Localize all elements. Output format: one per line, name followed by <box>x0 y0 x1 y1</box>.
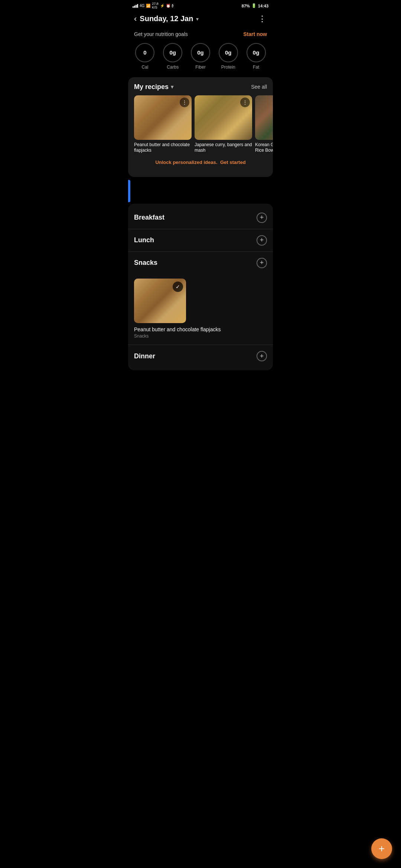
meal-header-lunch[interactable]: Lunch + <box>134 229 267 251</box>
blue-accent-bar <box>128 180 130 202</box>
wifi-icon: 📶 <box>146 4 150 8</box>
meal-title-dinner: Dinner <box>134 352 155 360</box>
recipe-card-2[interactable]: ⋮ Korean Ground Beef and Rice Bowls <box>255 95 273 154</box>
recipes-dropdown-chevron[interactable]: ▾ <box>171 84 173 90</box>
recipe-image-1: ⋮ <box>195 95 252 140</box>
status-bar: 4G 📶 27,8 K/S ⚡ ⏰ ₿ 87% 🔋 14:43 <box>128 0 273 11</box>
stat-circle-cal: 0 <box>135 43 154 62</box>
recipes-scroll: ⋮ Peanut butter and chocolate flapjacks … <box>128 95 273 154</box>
status-left: 4G 📶 27,8 K/S ⚡ ⏰ ₿ <box>133 2 174 10</box>
meal-section-snacks: Snacks + ✓ Peanut butter and chocolate f… <box>128 252 273 345</box>
clock-indicator: ⏰ <box>166 4 170 8</box>
meal-header-dinner[interactable]: Dinner + <box>134 345 267 367</box>
recipe-image-0: ⋮ <box>134 95 192 140</box>
charging-icon: ⚡ <box>160 4 164 8</box>
stat-label-cal: Cal <box>141 65 148 70</box>
meal-section-dinner: Dinner + <box>128 345 273 367</box>
meal-add-button-dinner[interactable]: + <box>257 351 267 361</box>
recipe-image-2: ⋮ <box>255 95 273 140</box>
date-dropdown-chevron[interactable]: ▾ <box>196 16 199 22</box>
bt-icon: ₿ <box>172 4 174 8</box>
meal-add-button-breakfast[interactable]: + <box>257 213 267 223</box>
nutrition-stat-fiber: 0g Fiber <box>191 43 210 70</box>
meal-header-snacks[interactable]: Snacks + <box>134 252 267 274</box>
battery-icon: 🔋 <box>251 3 257 8</box>
checkmark-badge-0: ✓ <box>173 282 183 292</box>
stat-circle-protein: 0g <box>219 43 238 62</box>
header-left: ‹ Sunday, 12 Jan ▾ <box>134 14 199 24</box>
nutrition-stat-protein: 0g Protein <box>219 43 238 70</box>
recipe-name-2: Korean Ground Beef and Rice Bowls <box>255 142 273 154</box>
meal-section-breakfast: Breakfast + <box>128 207 273 229</box>
meal-add-button-lunch[interactable]: + <box>257 235 267 246</box>
date-title: Sunday, 12 Jan <box>140 14 193 23</box>
data-speed: 27,8 K/S <box>152 2 159 10</box>
stat-circle-fat: 0g <box>247 43 266 62</box>
recipe-name-1: Japanese curry, bangers and mash <box>195 142 252 154</box>
meal-section-lunch: Lunch + <box>128 229 273 251</box>
recipes-title: My recipes ▾ <box>134 83 173 91</box>
nutrition-stat-carbs: 0g Carbs <box>163 43 182 70</box>
stat-label-fiber: Fiber <box>195 65 205 70</box>
header: ‹ Sunday, 12 Jan ▾ ⋮ <box>128 11 273 28</box>
meal-header-breakfast[interactable]: Breakfast + <box>134 207 267 229</box>
recipe-name-0: Peanut butter and chocolate flapjacks <box>134 142 192 154</box>
start-now-button[interactable]: Start now <box>243 31 267 37</box>
clock: 14:43 <box>258 4 268 8</box>
personalized-text: Unlock personalized ideas. <box>155 160 217 165</box>
snack-image-container-0: ✓ <box>134 279 186 323</box>
meals-container: Breakfast + Lunch + Snacks + ✓ Peanut bu… <box>128 204 273 370</box>
stat-circle-carbs: 0g <box>163 43 182 62</box>
snack-name-0: Peanut butter and chocolate flapjacks <box>134 326 267 333</box>
get-started-button[interactable]: Get started <box>220 160 246 165</box>
recipe-card-1[interactable]: ⋮ Japanese curry, bangers and mash <box>195 95 252 154</box>
recipe-menu-button-1[interactable]: ⋮ <box>240 98 250 107</box>
status-right: 87% 🔋 14:43 <box>242 3 268 8</box>
stat-label-protein: Protein <box>221 65 235 70</box>
signal-strength <box>133 4 138 8</box>
recipes-section: My recipes ▾ See all ⋮ Peanut butter and… <box>128 77 273 177</box>
goals-banner: Get your nutrition goals Start now <box>128 28 273 42</box>
stat-circle-fiber: 0g <box>191 43 210 62</box>
network-type: 4G <box>140 4 144 8</box>
battery-percentage: 87% <box>242 4 250 8</box>
goals-banner-text: Get your nutrition goals <box>134 31 188 37</box>
recipes-header: My recipes ▾ See all <box>128 83 273 95</box>
meal-title-snacks: Snacks <box>134 259 157 267</box>
nutrition-stats: 0 Cal 0g Carbs 0g Fiber 0g Protein 0g Fa… <box>128 42 273 77</box>
overflow-menu-button[interactable]: ⋮ <box>258 14 267 24</box>
snack-item-0: ✓ Peanut butter and chocolate flapjacks … <box>134 274 267 345</box>
accent-area <box>128 180 273 202</box>
recipe-menu-button-0[interactable]: ⋮ <box>180 98 189 107</box>
recipes-title-text: My recipes <box>134 83 169 91</box>
recipe-card-0[interactable]: ⋮ Peanut butter and chocolate flapjacks <box>134 95 192 154</box>
stat-label-fat: Fat <box>253 65 259 70</box>
snack-category-0: Snacks <box>134 333 267 339</box>
nutrition-stat-cal: 0 Cal <box>135 43 154 70</box>
nutrition-stat-fat: 0g Fat <box>247 43 266 70</box>
personalized-banner: Unlock personalized ideas. Get started <box>128 154 273 171</box>
stat-label-carbs: Carbs <box>167 65 179 70</box>
meal-title-lunch: Lunch <box>134 236 154 244</box>
see-all-button[interactable]: See all <box>251 84 267 90</box>
meal-add-button-snacks[interactable]: + <box>257 258 267 268</box>
meal-title-breakfast: Breakfast <box>134 214 164 221</box>
back-button[interactable]: ‹ <box>134 14 137 24</box>
